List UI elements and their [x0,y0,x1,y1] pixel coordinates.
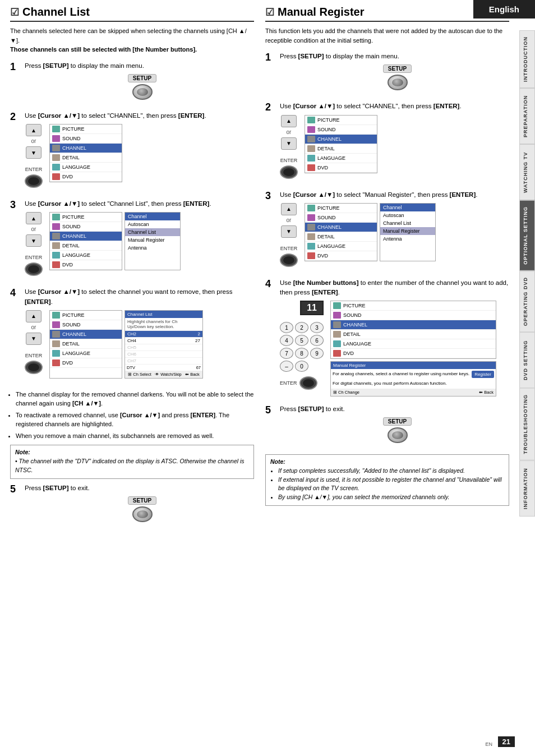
mr-setup-label: SETUP [383,64,412,73]
step5-dial-inner [137,510,148,518]
menu-row-language: LANGUAGE [50,163,122,172]
mr-setup-dial [388,75,408,90]
setup-dial [132,84,153,100]
step2-content: Use [Cursor ▲/▼] to select "CHANNEL", th… [25,111,254,191]
step5-content: Press [SETUP] to exit. SETUP [25,483,254,525]
mr-step5-content: Press [SETUP] to exit. SETUP [280,404,509,446]
mr2-channel: CHANNEL [305,135,377,144]
step4-number: 4 [10,287,21,299]
s4-det-icon [52,340,60,347]
mr-enter-area: ENTER [280,376,324,390]
side-tab-introduction[interactable]: INTRODUCTION [519,30,535,88]
mr-step2-content: Use [Cursor ▲/▼] to select "CHANNEL", th… [280,102,509,182]
s3-language-icon [52,252,60,259]
side-tab-watching-tv[interactable]: WATCHING TV [519,144,535,200]
numpad-row3: 7 8 9 [280,348,324,359]
s4-detail: DETAIL [50,339,122,349]
mr-step2: 2 Use [Cursor ▲/▼] to select "CHANNEL", … [265,102,509,182]
step1-number: 1 [10,61,21,73]
channel-list-step1: 1 Press [SETUP] to display the main menu… [10,61,254,103]
mr3-lang-icon [307,243,315,250]
mr-step4: 4 Use [the Number buttons] to enter the … [265,278,509,397]
language-icon [52,164,60,170]
cl-rows: CH22 CH427 CH5 CH6 [125,331,202,365]
numpad-row4: – 0 [280,361,324,372]
manual-register-section: ☑ Manual Register This function lets you… [265,6,509,533]
note-content: • The channel with the "DTV" indicated o… [15,457,249,475]
s4-picture: PICTURE [50,311,122,320]
mr-step4-content: Use [the Number buttons] to enter the nu… [280,278,509,397]
mr4-det-icon [333,331,341,338]
s4-dvd: DVD [50,358,122,368]
s4-channel: CHANNEL [50,330,122,339]
mr3-channel: CHANNEL [305,223,377,232]
step4-menu-group: PICTURE SOUND CHANNEL [49,310,203,379]
side-tabs: INTRODUCTION PREPARATION WATCHING TV OPT… [519,30,535,517]
manual-register-title: ☑ Manual Register [265,6,509,22]
side-tab-information[interactable]: INFORMATION [519,460,535,517]
mr-enter-inner-3 [283,256,294,264]
mr-sim-body: For analog channels, select a channel to… [331,369,496,388]
mr-enter-btn-4 [299,376,317,390]
mr3-dvd: DVD [305,251,377,261]
menu-row-picture: PICTURE [50,125,122,134]
sound-icon [52,135,60,142]
mr-enter-inner-2 [283,168,294,176]
menu-sim-step2-cl: PICTURE SOUND CHANNEL [49,124,122,182]
step3-menu-group: PICTURE SOUND CHANNEL [49,212,181,270]
mr3-det-icon [307,233,315,240]
page-number: 21 [498,736,515,747]
step1-content: Press [SETUP] to display the main menu. … [25,61,254,103]
mr-step4-num: 4 [265,278,276,291]
enter-btn [25,174,43,188]
s4-ch-icon [52,331,60,338]
enter-btn-4 [25,361,43,374]
channel-list-note: Note: • The channel with the "DTV" indic… [10,445,254,479]
mr-step5-num: 5 [265,404,276,417]
side-tab-dvd-setting[interactable]: DVD SETTING [519,332,535,388]
mr-step1-num: 1 [265,52,276,64]
dvd-icon [52,173,60,180]
two-column-layout: ☑ Channel List The channels selected her… [10,6,509,533]
side-tab-preparation[interactable]: PREPARATION [519,88,535,144]
enter-label-4: ENTER [25,353,43,358]
s4-snd-icon [52,321,60,328]
channel-list-step5: 5 Press [SETUP] to exit. SETUP [10,483,254,525]
detail-icon [52,154,60,161]
key-or-4: or [31,325,36,330]
s4-sound: SOUND [50,320,122,330]
channel-submenu-title: Channel [125,213,180,220]
mr3-dvd-icon [307,252,315,259]
num-key-0: 0 [295,361,308,372]
channel-submenu-mr: Channel Autoscan Channel List Manual Reg… [380,203,436,261]
mr-step1-setup: SETUP [285,64,509,90]
mr-step5-setup-label: SETUP [383,417,412,426]
mr-sim-digital-text: For digital channels, you must perform A… [333,380,494,386]
mr3-sound: SOUND [305,213,377,223]
mr4-dvd-icon [333,350,341,357]
mr-menu-sim-3: PICTURE SOUND CHANNEL [305,203,377,261]
mr-step3-text: Use [Cursor ▲/▼] to select "Manual Regis… [280,190,509,200]
channel-submenu-cl: Channel Autoscan Channel List Manual Reg… [124,212,181,270]
register-button[interactable]: Register [472,371,494,378]
mr-step5-setup: SETUP [285,417,509,443]
channel-list-step2: 2 Use [Cursor ▲/▼] to select "CHANNEL", … [10,111,254,191]
side-tab-troubleshooting[interactable]: TROUBLESHOOTING [519,388,535,460]
s4-language: LANGUAGE [50,349,122,358]
step3-number: 3 [10,199,21,211]
mr2-detail: DETAIL [305,144,377,154]
mr-key-up-2: ▲ [281,115,297,127]
side-tab-operating-dvd[interactable]: OPERATING DVD [519,271,535,332]
mr2-language: LANGUAGE [305,154,377,163]
side-tab-optional-setting[interactable]: OPTIONAL SETTING [519,200,535,271]
channel-list-step3: 3 Use [Cursor ▲/▼] to select "Channel Li… [10,199,254,279]
step4-content: Use [Cursor ▲/▼] to select the channel y… [25,287,254,382]
num-key-8: 8 [295,348,308,359]
number-display: 11 [300,301,324,315]
mr4-lang-icon [333,340,341,347]
mr4-snd-icon [333,312,341,319]
mr-step3: 3 Use [Cursor ▲/▼] to select "Manual Reg… [265,190,509,270]
s3-channel: CHANNEL [50,232,122,241]
cl-row5: CH7 [125,358,202,365]
s3-detail-icon [52,242,60,249]
